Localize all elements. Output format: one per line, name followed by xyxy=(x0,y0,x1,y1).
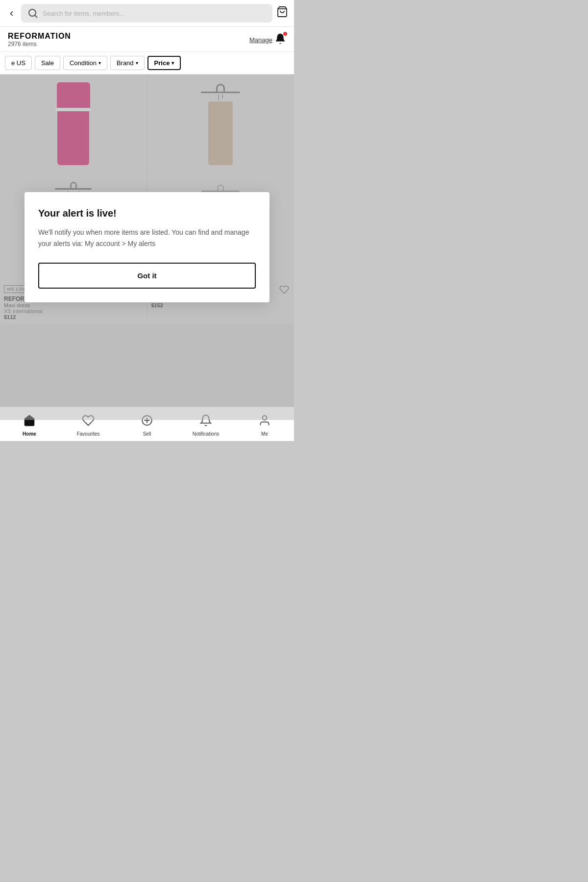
cart-icon[interactable] xyxy=(276,6,288,21)
back-button[interactable]: ‹ xyxy=(6,5,17,22)
filter-brand-label: Brand xyxy=(117,59,134,67)
filter-size[interactable]: e US xyxy=(5,56,32,70)
notification-dot xyxy=(283,32,287,36)
content-area: Your alert is live! We'll notify you whe… xyxy=(0,74,294,420)
filter-size-label: e US xyxy=(11,59,25,67)
filter-price[interactable]: Price ▾ xyxy=(147,56,181,70)
got-it-button[interactable]: Got it xyxy=(38,263,256,289)
store-header: REFORMATION 2976 items Manage xyxy=(0,27,294,52)
filter-price-label: Price xyxy=(154,59,170,67)
price-chevron: ▾ xyxy=(172,60,174,66)
filter-condition[interactable]: Condition ▾ xyxy=(63,56,107,70)
notifications-label: Notifications xyxy=(193,431,219,437)
manage-link[interactable]: Manage xyxy=(249,36,272,44)
filter-sale-label: Sale xyxy=(41,59,54,67)
me-label: Me xyxy=(261,431,268,437)
store-name: REFORMATION xyxy=(8,32,71,41)
filter-brand[interactable]: Brand ▾ xyxy=(110,56,145,70)
condition-chevron: ▾ xyxy=(98,60,101,66)
top-navigation: ‹ Search for items, members... xyxy=(0,0,294,27)
svg-point-0 xyxy=(29,9,36,16)
alert-modal: Your alert is live! We'll notify you whe… xyxy=(24,192,270,302)
manage-bell-container: Manage xyxy=(249,33,286,47)
brand-chevron: ▾ xyxy=(136,60,138,66)
home-label: Home xyxy=(23,431,36,437)
modal-overlay: Your alert is live! We'll notify you whe… xyxy=(0,74,294,420)
store-info: REFORMATION 2976 items xyxy=(8,32,71,48)
svg-line-1 xyxy=(35,16,38,18)
search-icon xyxy=(27,7,39,19)
filter-condition-label: Condition xyxy=(70,59,97,67)
item-count: 2976 items xyxy=(8,41,71,48)
search-bar[interactable]: Search for items, members... xyxy=(21,4,272,23)
filter-bar: e US Sale Condition ▾ Brand ▾ Price ▾ xyxy=(0,52,294,74)
favourites-label: Favourites xyxy=(77,431,100,437)
search-placeholder: Search for items, members... xyxy=(43,10,124,17)
sell-label: Sell xyxy=(143,431,151,437)
modal-title: Your alert is live! xyxy=(38,208,256,219)
filter-sale[interactable]: Sale xyxy=(35,56,60,70)
bell-icon[interactable] xyxy=(274,33,286,47)
modal-body: We'll notify you when more items are lis… xyxy=(38,227,256,249)
